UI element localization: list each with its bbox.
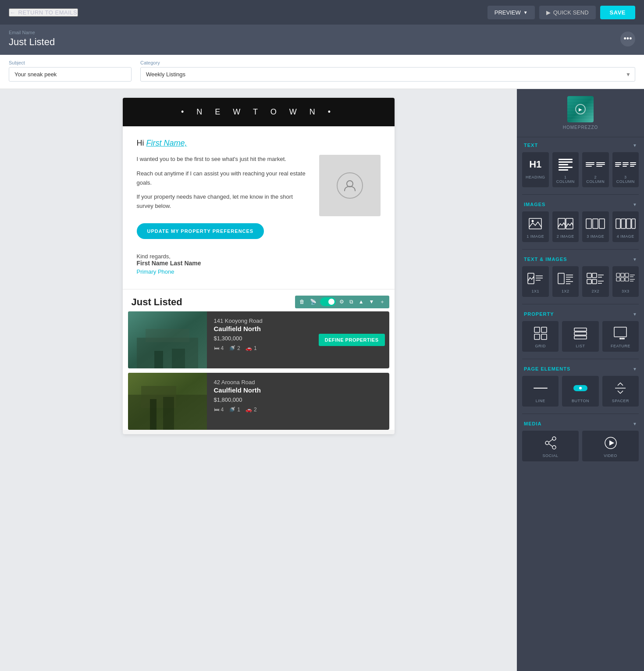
- 2-image-label: 2 IMAGE: [557, 234, 574, 239]
- section-header-text[interactable]: TEXT ▼: [517, 137, 644, 152]
- toolbar-delete-button[interactable]: 🗑: [298, 298, 306, 306]
- category-label: Category: [140, 60, 635, 65]
- svg-rect-42: [625, 273, 629, 277]
- text-section-chevron: ▼: [633, 143, 637, 148]
- 4-image-label: 4 IMAGE: [617, 234, 634, 239]
- widget-button[interactable]: BUTTON: [562, 376, 598, 407]
- listing-1-beds: 🛏 4: [214, 345, 224, 351]
- widget-1-column[interactable]: 1 COLUMN: [552, 152, 579, 187]
- svg-rect-43: [616, 278, 620, 281]
- section-header-property[interactable]: PROPERTY ▼: [517, 306, 644, 321]
- media-section-label: MEDIA: [524, 421, 541, 426]
- svg-rect-26: [558, 273, 564, 284]
- email-info: Email Name Just Listed: [9, 30, 55, 48]
- list-label: LIST: [576, 344, 585, 348]
- section-header-images[interactable]: IMAGES ▼: [517, 196, 644, 211]
- page-elements-widget-grid: LINE BUTTON SPACER: [517, 376, 644, 412]
- subject-field-group: Subject: [9, 60, 132, 82]
- toolbar-down-button[interactable]: ▼: [367, 298, 376, 306]
- fields-row: Subject Category Weekly Listings New Lis…: [0, 55, 644, 89]
- toolbar-add-button[interactable]: ＋: [378, 297, 387, 307]
- preview-button[interactable]: PREVIEW ▼: [487, 6, 535, 19]
- brand-name: HOMEPREZZO: [563, 125, 598, 130]
- images-section-label: IMAGES: [524, 202, 545, 207]
- 3-column-label: 3 COLUMN: [615, 175, 637, 184]
- widget-1x2[interactable]: 1X2: [552, 266, 579, 297]
- svg-rect-21: [632, 219, 635, 228]
- svg-rect-51: [541, 327, 547, 332]
- save-button[interactable]: SAVE: [600, 6, 635, 19]
- category-select[interactable]: Weekly Listings New Listings Market Upda…: [140, 67, 635, 82]
- play-icon: ▶: [575, 104, 586, 114]
- 2-image-icon: [555, 216, 576, 232]
- svg-point-63: [545, 441, 549, 445]
- toolbar-feed-button[interactable]: 📡: [308, 298, 318, 306]
- svg-rect-19: [621, 219, 626, 228]
- text-widget-grid: H1 HEADING 1 COLUMN: [517, 152, 644, 193]
- widget-2-column[interactable]: 2 COLUMN: [582, 152, 609, 187]
- topbar-right: PREVIEW ▼ ▶ QUICK SEND SAVE: [487, 6, 635, 19]
- section-header-text-images[interactable]: TEXT & IMAGES ▼: [517, 251, 644, 266]
- grid-label: GRID: [535, 344, 546, 348]
- 1-image-label: 1 IMAGE: [527, 234, 544, 239]
- 2-column-icon: [585, 157, 605, 172]
- email-canvas: • N E W T O W N • Hi First Name, I wante…: [123, 98, 395, 434]
- quick-send-button[interactable]: ▶ QUICK SEND: [539, 6, 596, 19]
- divider-4: [522, 359, 639, 359]
- 2x2-label: 2X2: [591, 289, 599, 293]
- widget-3-column[interactable]: 3 COLUMN: [612, 152, 639, 187]
- widget-2-image[interactable]: 2 IMAGE: [552, 211, 579, 242]
- section-header-page-elements[interactable]: PAGE ELEMENTS ▼: [517, 361, 644, 376]
- widget-1x1[interactable]: 1X1: [522, 266, 549, 297]
- toolbar-toggle[interactable]: [320, 297, 336, 306]
- header-area: Email Name Just Listed •••: [0, 25, 644, 55]
- widget-video[interactable]: VIDEO: [582, 431, 639, 461]
- first-name-token: First Name,: [146, 139, 187, 147]
- listing-1-suburb: Caulfield North: [214, 325, 263, 332]
- listing-1-image: [128, 311, 207, 368]
- widget-2x2[interactable]: 2X2: [582, 266, 609, 297]
- widget-line[interactable]: LINE: [522, 376, 559, 407]
- widget-list[interactable]: LIST: [562, 321, 598, 352]
- toolbar-settings-button[interactable]: ⚙: [338, 298, 346, 306]
- divider-5: [522, 414, 639, 414]
- widget-1-image[interactable]: 1 IMAGE: [522, 211, 549, 242]
- email-closing: Kind regards,: [137, 253, 381, 260]
- svg-rect-5: [172, 349, 185, 368]
- listing-1-baths: 🚿 2: [229, 345, 240, 351]
- subject-input[interactable]: [9, 67, 132, 82]
- brand-logo: ▶ HOMEPREZZO: [517, 89, 644, 137]
- listing-2-cars: 🚗 2: [246, 407, 257, 413]
- widget-spacer[interactable]: SPACER: [602, 376, 639, 407]
- email-brand-header: • N E W T O W N •: [123, 98, 395, 126]
- define-properties-button[interactable]: DEFINE PROPERTIES: [319, 334, 385, 346]
- heading-icon: H1: [525, 157, 545, 172]
- back-button[interactable]: ← RETURN TO EMAILS: [9, 8, 78, 17]
- update-preferences-button[interactable]: UPDATE MY PROPERTY PREFERENCES: [137, 223, 264, 239]
- widget-grid[interactable]: GRID: [522, 321, 559, 352]
- email-signature: Kind regards, First Name Last Name Prima…: [137, 253, 381, 275]
- more-options-button[interactable]: •••: [620, 32, 635, 46]
- toolbar-duplicate-button[interactable]: ⧉: [348, 298, 355, 306]
- widget-social[interactable]: SOCIAL: [522, 431, 579, 461]
- toolbar-up-button[interactable]: ▲: [357, 298, 366, 306]
- property-widget-grid: GRID LIST FEATURE: [517, 321, 644, 357]
- widget-feature[interactable]: FEATURE: [602, 321, 639, 352]
- property-toolbar: 🗑 📡 ⚙ ⧉ ▲ ▼ ＋: [295, 296, 389, 308]
- listing-2-suburb: Caulfield North: [214, 386, 261, 394]
- 2-column-label: 2 COLUMN: [585, 175, 606, 184]
- page-elements-chevron: ▼: [633, 367, 637, 371]
- button-dot: [579, 387, 582, 389]
- email-paragraph-2: Reach out anytime if I can assist you wi…: [137, 169, 310, 188]
- widget-3-image[interactable]: 3 IMAGE: [582, 211, 609, 242]
- avatar-icon: [337, 172, 363, 199]
- section-header-media[interactable]: MEDIA ▼: [517, 416, 644, 431]
- 1-image-icon: [525, 216, 545, 232]
- quick-send-label: QUICK SEND: [553, 9, 589, 16]
- 1x1-label: 1X1: [531, 289, 539, 293]
- widget-4-image[interactable]: 4 IMAGE: [612, 211, 639, 242]
- property-section: Just Listed 🗑 📡 ⚙ ⧉ ▲ ▼ ＋: [123, 289, 395, 430]
- widget-heading[interactable]: H1 HEADING: [522, 152, 549, 187]
- svg-rect-45: [625, 278, 629, 281]
- widget-3x3[interactable]: 3X3: [612, 266, 639, 297]
